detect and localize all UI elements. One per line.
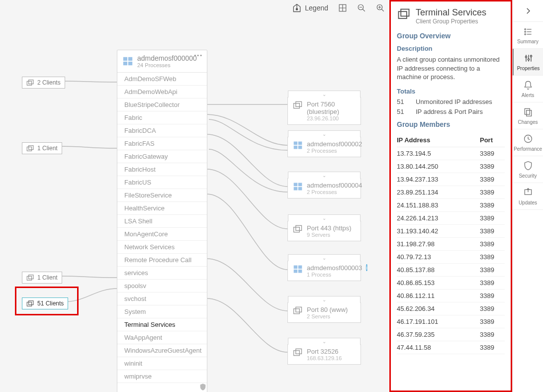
process-row[interactable]: Network Services: [117, 241, 207, 254]
svg-rect-12: [123, 57, 127, 61]
table-row[interactable]: 45.62.206.343389: [397, 302, 505, 315]
svg-rect-25: [298, 187, 302, 191]
sidebar-tab-changes[interactable]: Changes: [513, 102, 543, 129]
chevron-down-icon[interactable]: ⌄: [288, 338, 361, 345]
table-row[interactable]: 40.86.112.113389: [397, 290, 505, 302]
sidebar-tab-performance[interactable]: Performance: [513, 129, 543, 156]
ip-cell: 46.37.59.235: [397, 331, 480, 338]
process-row[interactable]: svchost: [117, 293, 207, 305]
client-chip[interactable]: 1 Client: [22, 272, 62, 284]
table-row[interactable]: 24.151.188.833389: [397, 199, 505, 212]
chevron-down-icon[interactable]: ⌄: [288, 296, 361, 303]
process-row[interactable]: AdmDemoSFWeb: [117, 73, 207, 86]
svg-rect-6: [27, 147, 31, 151]
table-row[interactable]: 31.193.140.423389: [397, 225, 505, 238]
process-row[interactable]: spoolsv: [117, 280, 207, 293]
zoom-in-icon[interactable]: [376, 3, 385, 12]
legend-button[interactable]: Legend: [292, 3, 328, 13]
client-chip[interactable]: 1 Client: [22, 142, 62, 154]
process-row[interactable]: WaAppAgent: [117, 331, 207, 344]
process-row[interactable]: BlueStripeCollector: [117, 98, 207, 111]
process-row[interactable]: System: [117, 305, 207, 318]
client-chip-label: 1 Client: [37, 145, 58, 152]
machine-node[interactable]: admdemosf000000 24 Processes ••• AdmDemo…: [117, 50, 207, 392]
table-row[interactable]: 40.79.72.133389: [397, 251, 505, 264]
dependency-node[interactable]: ⌄Port 80 (www)2 Servers: [287, 302, 361, 323]
map-canvas[interactable]: Legend 2 Clients 1 Cl: [0, 0, 389, 392]
dependency-node[interactable]: ⌄Port 7560 (bluestripe)23.96.26.100: [287, 97, 361, 125]
chevron-down-icon[interactable]: ⌄: [288, 254, 361, 261]
chevron-down-icon[interactable]: ⌄: [288, 172, 361, 179]
process-row[interactable]: FileStoreService: [117, 189, 207, 202]
svg-rect-33: [296, 307, 302, 312]
table-row[interactable]: 24.226.14.2133389: [397, 212, 505, 225]
process-row[interactable]: services: [117, 267, 207, 280]
svg-rect-7: [29, 146, 33, 150]
process-row[interactable]: wininit: [117, 357, 207, 370]
table-row[interactable]: 13.73.194.53389: [397, 147, 505, 160]
process-row[interactable]: FabricHost: [117, 163, 207, 176]
svg-rect-45: [526, 110, 531, 116]
process-row[interactable]: HealthService: [117, 202, 207, 215]
table-row[interactable]: 40.85.137.883389: [397, 264, 505, 277]
svg-rect-16: [294, 103, 300, 108]
machine-title: admdemosf000000: [137, 54, 197, 62]
sidebar-tab-label: Security: [519, 173, 537, 179]
properties-icon: [524, 53, 534, 64]
svg-rect-30: [294, 270, 298, 273]
client-chip-selected[interactable]: 51 Clients: [22, 297, 68, 309]
chevron-down-icon[interactable]: ⌄: [288, 91, 361, 98]
svg-point-0: [296, 8, 298, 10]
process-row[interactable]: FabricGateway: [117, 150, 207, 163]
table-row[interactable]: 46.17.191.1013389: [397, 315, 505, 328]
ip-cell: 31.193.140.42: [397, 227, 480, 235]
svg-rect-9: [29, 275, 33, 279]
process-row[interactable]: FabricDCA: [117, 124, 207, 137]
process-row[interactable]: FabricUS: [117, 176, 207, 189]
sidebar-tab-updates[interactable]: Updates: [513, 183, 543, 210]
dep-title: admdemosf000003: [307, 264, 362, 272]
sidebar-tab-properties[interactable]: Properties: [513, 49, 543, 76]
sidebar-tab-label: Performance: [514, 146, 542, 152]
process-row[interactable]: AdmDemoWebApi: [117, 86, 207, 98]
performance-icon: [523, 134, 533, 145]
process-row[interactable]: WindowsAzureGuestAgent: [117, 344, 207, 357]
table-row[interactable]: 23.89.251.1343389: [397, 186, 505, 199]
dep-subtitle: 168.63.129.16: [307, 355, 342, 361]
info-icon[interactable]: i: [366, 264, 367, 271]
table-row[interactable]: 47.44.11.583389: [397, 341, 505, 354]
process-row[interactable]: Fabric: [117, 111, 207, 124]
process-row[interactable]: Remote Procedure Call: [117, 254, 207, 267]
client-chip[interactable]: 2 Clients: [22, 77, 65, 89]
process-row[interactable]: LSA Shell: [117, 215, 207, 228]
dependency-node[interactable]: ⌄Port 32526168.63.129.16: [287, 344, 361, 365]
process-row[interactable]: wmiprvse: [117, 370, 207, 383]
dependency-node[interactable]: ⌄admdemosf0000031 Processi: [287, 261, 361, 281]
fit-to-screen-icon[interactable]: [338, 3, 347, 12]
dependency-node[interactable]: ⌄Port 443 (https)9 Servers: [287, 221, 361, 241]
svg-point-41: [525, 56, 527, 57]
sidebar-tab-summary[interactable]: Summary: [513, 22, 543, 49]
process-row[interactable]: Terminal Services: [117, 318, 207, 331]
process-row[interactable]: MonAgentCore: [117, 228, 207, 241]
process-row[interactable]: FabricFAS: [117, 137, 207, 150]
collapse-button[interactable]: [513, 0, 543, 22]
dependency-node[interactable]: ⌄admdemosf0000022 Processes: [287, 137, 361, 157]
dependency-node[interactable]: ⌄admdemosf0000042 Processes: [287, 178, 361, 198]
table-row[interactable]: 31.198.27.983389: [397, 238, 505, 251]
security-icon: [523, 161, 533, 172]
chevron-down-icon[interactable]: ⌄: [288, 214, 361, 221]
table-row[interactable]: 46.37.59.2353389: [397, 328, 505, 341]
node-menu-icon[interactable]: •••: [194, 52, 203, 58]
svg-rect-13: [128, 57, 132, 61]
sidebar-tab-label: Changes: [518, 119, 538, 125]
table-row[interactable]: 13.94.237.1333389: [397, 173, 505, 186]
sidebar-tab-alerts[interactable]: Alerts: [513, 76, 543, 102]
table-row[interactable]: 13.80.144.2503389: [397, 160, 505, 173]
zoom-out-icon[interactable]: [357, 3, 366, 12]
members-table: IP Address Port 13.73.194.5338913.80.144…: [397, 133, 505, 354]
dep-title: Port 443 (https): [307, 224, 352, 232]
chevron-down-icon[interactable]: ⌄: [288, 130, 361, 137]
table-row[interactable]: 40.86.85.1533389: [397, 277, 505, 290]
sidebar-tab-security[interactable]: Security: [513, 156, 543, 183]
